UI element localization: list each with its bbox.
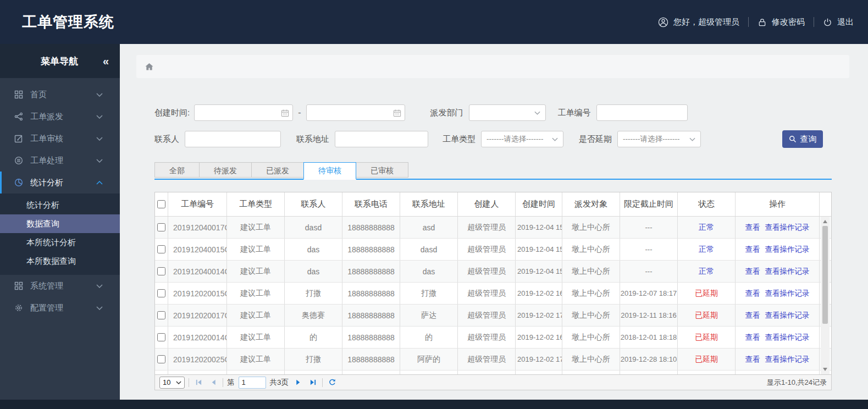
cell-deadline: 2019-12-07 18:17 — [620, 283, 678, 304]
view-link[interactable]: 查看 — [745, 267, 760, 277]
calendar-icon[interactable] — [393, 109, 401, 117]
sidebar-item-4[interactable]: 统计分析 — [0, 172, 120, 194]
dispatch-dept-select[interactable] — [469, 104, 546, 121]
cell-created: 2019-12-02 17 — [516, 349, 562, 370]
view-log-link[interactable]: 查看操作记录 — [765, 311, 810, 320]
sidebar-item-6[interactable]: 配置管理 — [0, 297, 120, 319]
cell-created: 2019-12-04 15 — [516, 261, 562, 282]
order-no-input[interactable] — [596, 104, 688, 121]
chevron-down-icon — [96, 93, 103, 97]
header-user-menu: 您好，超级管理员 修改密码 退出 — [658, 0, 854, 44]
sidebar-menu: 首页工单派发工单审核工单处理统计分析统计分析数据查询本所统计分析本所数据查询系统… — [0, 78, 120, 319]
cell-contact — [285, 371, 342, 374]
submenu-item[interactable]: 本所数据查询 — [0, 252, 120, 270]
tab-4[interactable]: 已审核 — [356, 162, 408, 178]
prev-page-button[interactable] — [208, 377, 219, 388]
next-page-icon — [295, 379, 302, 386]
cell-phone: 18888888888 — [342, 239, 400, 260]
view-link[interactable]: 查看 — [745, 355, 760, 364]
row-checkbox[interactable] — [157, 333, 165, 341]
sidebar-item-5[interactable]: 系统管理 — [0, 275, 120, 297]
view-log-link[interactable]: 查看操作记录 — [765, 333, 810, 342]
cell-checkbox — [155, 349, 168, 370]
cell-actions: 查看查看操作记录 — [736, 217, 820, 238]
delayed-select[interactable]: -------请选择------- — [617, 131, 701, 147]
submenu-item[interactable]: 统计分析 — [0, 196, 120, 214]
divider — [748, 17, 749, 27]
cell-deadline: --- — [620, 239, 678, 260]
sidebar-item-2[interactable]: 工单审核 — [0, 128, 120, 150]
view-log-link[interactable]: 查看操作记录 — [765, 223, 810, 233]
first-page-button[interactable] — [193, 377, 204, 388]
view-log-link[interactable]: 查看操作记录 — [765, 245, 810, 255]
change-password-button[interactable]: 修改密码 — [758, 17, 805, 27]
page-size-select[interactable]: 10 — [159, 377, 185, 389]
row-checkbox[interactable] — [157, 355, 165, 363]
view-log-link[interactable]: 查看操作记录 — [765, 267, 810, 277]
modules-icon — [14, 281, 23, 290]
submenu-item[interactable]: 数据查询 — [0, 214, 120, 233]
dispatch-dept-label: 派发部门 — [430, 108, 463, 118]
view-link[interactable]: 查看 — [745, 245, 760, 255]
next-page-button[interactable] — [292, 377, 303, 388]
last-page-button[interactable] — [307, 377, 318, 388]
view-link[interactable]: 查看 — [745, 333, 760, 342]
calendar-icon[interactable] — [281, 109, 289, 117]
row-checkbox[interactable] — [157, 289, 165, 297]
view-log-link[interactable]: 查看操作记录 — [765, 289, 810, 299]
logout-button[interactable]: 退出 — [823, 17, 854, 27]
chevron-down-icon — [96, 137, 103, 141]
row-checkbox[interactable] — [157, 311, 165, 319]
chevron-down-icon — [96, 306, 103, 310]
view-link[interactable]: 查看 — [745, 311, 760, 320]
cell-phone — [342, 371, 400, 374]
view-log-link[interactable]: 查看操作记录 — [765, 355, 810, 364]
table-body: 201912040017C建议工单dasd18888888888asd超级管理员… — [155, 217, 831, 374]
cell-checkbox — [155, 283, 168, 304]
cell-address: 萨达 — [400, 305, 458, 326]
view-link[interactable]: 查看 — [745, 223, 760, 233]
date-from-wrap — [194, 104, 293, 121]
table-row: 201912020015C建议工单打撒18888888888打撒超级管理员201… — [155, 283, 831, 305]
prev-page-icon — [210, 379, 217, 386]
page-number-input[interactable] — [239, 377, 266, 389]
footer-strip — [0, 400, 868, 409]
scrollbar-thumb[interactable] — [822, 226, 828, 324]
view-link[interactable]: 查看 — [745, 289, 760, 299]
cell-contact: das — [285, 261, 342, 282]
select-all-checkbox[interactable] — [157, 200, 165, 208]
order-type-select[interactable]: -------请选择------- — [481, 131, 563, 147]
user-greeting[interactable]: 您好，超级管理员 — [658, 17, 739, 27]
submenu-item[interactable]: 本所统计分析 — [0, 233, 120, 252]
column-header: 创建人 — [458, 192, 516, 216]
tab-3[interactable]: 待审核 — [303, 162, 356, 180]
address-input[interactable] — [335, 131, 428, 147]
cell-deadline: 2019-12-28 18:10 — [620, 349, 678, 370]
date-from-input[interactable] — [194, 104, 293, 121]
tab-2[interactable]: 已派发 — [251, 162, 304, 178]
sidebar-item-0[interactable]: 首页 — [0, 84, 120, 106]
search-button[interactable]: 查询 — [782, 130, 823, 148]
home-icon[interactable] — [145, 63, 154, 71]
cell-status: 已延期 — [678, 349, 736, 370]
row-checkbox[interactable] — [157, 267, 165, 275]
cell-address: 的 — [400, 327, 458, 348]
table-row — [155, 371, 831, 374]
sidebar-item-1[interactable]: 工单派发 — [0, 106, 120, 128]
cell-phone: 18888888888 — [342, 327, 400, 348]
contact-input[interactable] — [185, 131, 281, 147]
date-to-input[interactable] — [306, 104, 405, 121]
row-checkbox[interactable] — [157, 223, 165, 231]
tab-1[interactable]: 待派发 — [199, 162, 252, 178]
cell-order_no: 201912020017C — [168, 305, 227, 326]
row-checkbox[interactable] — [157, 245, 165, 253]
first-page-icon — [195, 379, 202, 386]
refresh-button[interactable] — [327, 377, 338, 388]
sidebar-item-3[interactable]: 工单处理 — [0, 150, 120, 172]
scroll-up-icon[interactable] — [823, 220, 827, 223]
vertical-scrollbar[interactable] — [821, 217, 830, 374]
tab-0[interactable]: 全部 — [154, 162, 200, 178]
collapse-sidebar-icon[interactable]: « — [103, 55, 108, 68]
cell-address — [400, 371, 458, 374]
scroll-down-icon[interactable] — [823, 368, 827, 371]
